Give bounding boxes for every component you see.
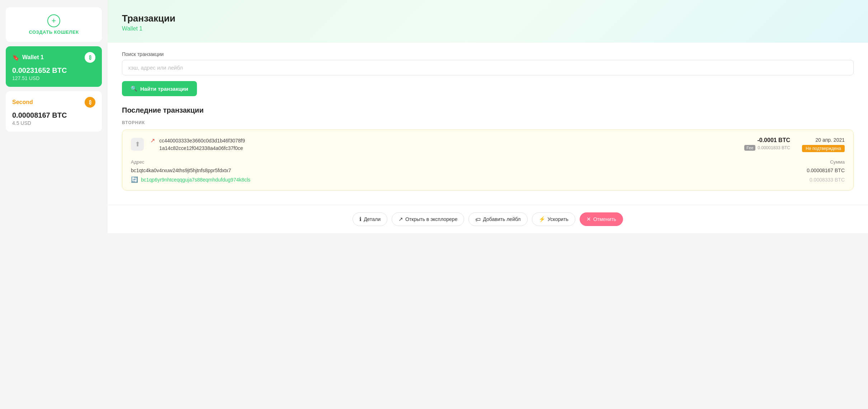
explorer-button[interactable]: ↗ Открыть в эксплорере	[392, 212, 464, 226]
day-label: ВТОРНИК	[122, 120, 854, 125]
accelerate-button[interactable]: ⚡ Ускорить	[532, 212, 575, 226]
tx-date: 20 апр. 2021	[794, 137, 845, 143]
wallet-balance-usd-active: 127.51 USD	[12, 75, 95, 81]
tx-hash-line2: 1a14c82cce12f042338a4a06fc37f0ce	[159, 145, 740, 152]
tx-change-addr-row: 🔄 bc1qp6yr9nhtceqqguja7s88eqmhdufdug974k…	[131, 176, 250, 183]
section-title: Последние транзакции	[122, 106, 854, 114]
wallet-name-row-2: Second	[12, 99, 33, 105]
fee-badge: Fee	[744, 145, 755, 151]
tx-change-address: bc1qp6yr9nhtceqqguja7s88eqmhdufdug974k8c…	[141, 177, 250, 183]
tx-addr-amount: 0.00008167 BTC	[807, 168, 845, 173]
create-wallet-label: СОЗДАТЬ КОШЕЛЕК	[29, 29, 79, 35]
upload-arrow-icon: ⬆	[135, 140, 140, 148]
tx-addr-value: bc1qtc4ka0v4rxuw24ths9jt5hjtnfs8ppr5fdxt…	[131, 168, 231, 173]
tx-addr-label: Адрес	[131, 159, 144, 165]
tx-upload-icon: ⬆	[131, 138, 144, 151]
add-label-button[interactable]: 🏷 Добавить лейбл	[468, 212, 527, 226]
explorer-label: Открыть в эксплорере	[405, 216, 457, 222]
tx-addr-value-row: bc1qtc4ka0v4rxuw24ths9jt5hjtnfs8ppr5fdxt…	[131, 168, 845, 173]
external-link-icon: ↗	[398, 216, 403, 222]
wallet-balance-usd-inactive: 4.5 USD	[12, 120, 95, 126]
create-wallet-button[interactable]: + СОЗДАТЬ КОШЕЛЕК	[6, 7, 102, 42]
transactions-section: Последние транзакции ВТОРНИК ⬆ ↗ cc44000…	[108, 106, 868, 205]
action-bar: ℹ Детали ↗ Открыть в эксплорере 🏷 Добави…	[108, 205, 868, 233]
btc-badge-inactive: ₿	[85, 97, 95, 108]
wallet-card-header-2: Second ₿	[12, 97, 95, 108]
search-input-wrapper	[122, 60, 854, 75]
details-label: Детали	[364, 216, 381, 222]
main-header: Транзакции Wallet 1	[108, 0, 868, 43]
wallet-card-active[interactable]: 🔖 Wallet 1 ₿ 0.00231652 BTC 127.51 USD	[6, 46, 102, 87]
search-input[interactable]	[122, 60, 854, 75]
plus-icon: +	[47, 14, 60, 27]
transaction-card: ⬆ ↗ cc440003333e3660c0d3d1b46f3078f9 1a1…	[122, 130, 854, 191]
wallet-name-inactive: Second	[12, 99, 33, 105]
tx-hash-block: cc440003333e3660c0d3d1b46f3078f9 1a14c82…	[159, 137, 740, 152]
wallet-card-header: 🔖 Wallet 1 ₿	[12, 52, 95, 63]
tx-date-block: 20 апр. 2021 Не подтверждена	[794, 137, 845, 152]
search-section: Поиск транзакции 🔍 Найти транзакции	[108, 43, 868, 106]
btc-badge-active: ₿	[85, 52, 95, 63]
wallet-card-inactive[interactable]: Second ₿ 0.00008167 BTC 4.5 USD	[6, 91, 102, 132]
wallet-name-row: 🔖 Wallet 1	[12, 54, 44, 61]
tx-direction-icon: ↗	[150, 137, 155, 144]
sidebar: + СОЗДАТЬ КОШЕЛЕК 🔖 Wallet 1 ₿ 0.0023165…	[0, 0, 108, 409]
wallet-balance-btc-inactive: 0.00008167 BTC	[12, 111, 95, 119]
cancel-label: Отменить	[593, 216, 616, 222]
tx-top-row: ⬆ ↗ cc440003333e3660c0d3d1b46f3078f9 1a1…	[131, 137, 845, 152]
fee-value: 0.00001833 BTC	[758, 145, 790, 150]
tag-icon: 🏷	[475, 216, 481, 222]
lightning-icon: ⚡	[539, 216, 546, 222]
wallet-name-active: Wallet 1	[22, 54, 44, 61]
search-button[interactable]: 🔍 Найти транзакции	[122, 81, 197, 96]
details-button[interactable]: ℹ Детали	[353, 212, 387, 226]
tx-details-header-row: Адрес Сумма	[131, 159, 845, 165]
accelerate-label: Ускорить	[548, 216, 569, 222]
search-icon: 🔍	[131, 85, 137, 92]
wallet-subtitle: Wallet 1	[122, 25, 854, 32]
tx-amount: -0.0001 BTC	[744, 137, 790, 144]
tx-status-badge: Не подтверждена	[802, 145, 845, 152]
tx-hash-line1: cc440003333e3660c0d3d1b46f3078f9	[159, 137, 740, 145]
change-icon: 🔄	[131, 176, 138, 183]
search-label: Поиск транзакции	[122, 51, 854, 57]
bookmark-icon: 🔖	[12, 54, 19, 61]
tx-fee-row: Fee 0.00001833 BTC	[744, 145, 790, 151]
main-content: Транзакции Wallet 1 Поиск транзакции 🔍 Н…	[108, 0, 868, 409]
tx-amount-block: -0.0001 BTC Fee 0.00001833 BTC	[744, 137, 790, 151]
close-icon: ✕	[586, 216, 591, 222]
add-label-text: Добавить лейбл	[483, 216, 520, 222]
cancel-button[interactable]: ✕ Отменить	[580, 212, 623, 226]
search-btn-label: Найти транзакции	[140, 86, 188, 92]
wallet-balance-btc-active: 0.00231652 BTC	[12, 66, 95, 75]
info-icon: ℹ	[359, 216, 362, 222]
page-title: Транзакции	[122, 13, 854, 24]
tx-sum-label: Сумма	[830, 159, 845, 165]
tx-change-amount: 0.0008333 BTC	[810, 177, 845, 183]
tx-change-row: 🔄 bc1qp6yr9nhtceqqguja7s88eqmhdufdug974k…	[131, 176, 845, 183]
